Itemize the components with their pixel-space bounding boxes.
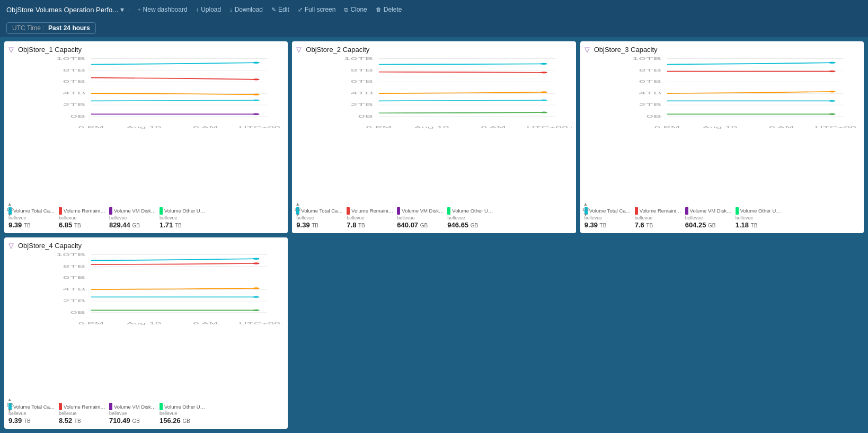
- new-dashboard-button[interactable]: + New dashboard: [134, 5, 191, 14]
- svg-text:UTC+08:00: UTC+08:00: [527, 126, 572, 129]
- metric-item-3-0: Volume Total Capacit... bellevue 9.39 TB: [8, 403, 56, 425]
- svg-text:Aug 10: Aug 10: [702, 126, 737, 129]
- metric-sublabel-0-3: bellevue: [160, 215, 207, 220]
- pager-0[interactable]: ▲1/2▼: [6, 201, 13, 217]
- panel-panel2: ▽ObjStore_2 Capacity10TB8TB6TB4TB2TB0B6 …: [292, 41, 575, 233]
- filter-icon: ▽: [8, 242, 14, 250]
- pager-2[interactable]: ▲1/2▼: [582, 201, 589, 217]
- metric-color-1-2: [397, 207, 400, 215]
- delete-button[interactable]: 🗑 Delete: [373, 5, 405, 14]
- svg-point-41: [541, 111, 547, 113]
- metrics-3: Volume Total Capacit... bellevue 9.39 TB…: [8, 401, 284, 425]
- metric-item-1-3: Volume Other Used Ca... bellevue 946.65 …: [447, 207, 494, 229]
- upload-icon: ↑: [196, 6, 199, 13]
- panel-panel4: ▽ObjStore_4 Capacity10TB8TB6TB4TB2TB0B6 …: [4, 237, 288, 429]
- metric-value-1-2: 640.07 GB: [397, 221, 444, 229]
- upload-button[interactable]: ↑ Upload: [193, 5, 225, 14]
- edit-button[interactable]: ✎ Edit: [268, 5, 293, 14]
- svg-text:UTC+08:00: UTC+08:00: [239, 322, 284, 325]
- svg-point-16: [253, 62, 259, 64]
- svg-text:Aug 10: Aug 10: [127, 126, 162, 129]
- svg-point-37: [541, 63, 547, 65]
- metric-label-1-1: Volume Remaining Cap...: [351, 208, 394, 214]
- metric-value-3-3: 156.26 GB: [160, 417, 207, 425]
- svg-text:6TB: 6TB: [63, 276, 86, 279]
- clone-button[interactable]: ⧉ Clone: [341, 5, 370, 14]
- svg-point-81: [253, 287, 259, 289]
- svg-text:6 PM: 6 PM: [654, 126, 679, 129]
- metric-value-3-0: 9.39 TB: [8, 417, 56, 425]
- metric-value-0-0: 9.39 TB: [8, 221, 56, 229]
- metric-item-0-2: Volume VM Disk Used ... bellevue 829.44 …: [109, 207, 156, 229]
- filter-icon: ▽: [296, 46, 302, 54]
- svg-text:4TB: 4TB: [639, 92, 661, 95]
- metric-value-1-3: 946.65 GB: [447, 221, 494, 229]
- delete-icon: 🗑: [376, 6, 382, 13]
- metric-label-2-2: Volume VM Disk Used ...: [690, 208, 732, 214]
- plus-icon: +: [137, 6, 140, 13]
- svg-text:6TB: 6TB: [63, 80, 86, 84]
- pager-3[interactable]: ▲1/2▼: [6, 397, 13, 413]
- metric-label-2-1: Volume Remaining Cap...: [640, 208, 682, 214]
- metric-value-2-0: 9.39 TB: [584, 221, 632, 229]
- svg-point-62: [829, 113, 835, 115]
- svg-point-39: [541, 91, 547, 93]
- metric-sublabel-1-3: bellevue: [447, 215, 494, 220]
- edit-icon: ✎: [271, 6, 276, 13]
- metric-color-0-1: [59, 207, 62, 215]
- svg-text:8TB: 8TB: [63, 264, 86, 268]
- svg-text:10TB: 10TB: [344, 57, 374, 60]
- time-range-badge[interactable]: UTC Time : Past 24 hours: [6, 22, 96, 34]
- metric-color-2-2: [685, 207, 688, 215]
- svg-point-18: [253, 94, 259, 95]
- svg-text:4TB: 4TB: [63, 92, 86, 95]
- svg-text:0B: 0B: [70, 114, 86, 118]
- metric-value-2-1: 7.6 TB: [635, 221, 682, 229]
- metric-item-3-1: Volume Remaining Cap... bellevue 8.52 TB: [59, 403, 106, 425]
- dashboard-grid: ▽ObjStore_1 Capacity10TB8TB6TB4TB2TB0B6 …: [0, 37, 868, 433]
- metric-value-0-1: 6.85 TB: [59, 221, 106, 229]
- metric-label-0-2: Volume VM Disk Used ...: [114, 208, 156, 214]
- metric-color-0-2: [109, 207, 112, 215]
- svg-text:6 PM: 6 PM: [366, 126, 392, 129]
- metric-label-0-0: Volume Total Capacit...: [13, 208, 56, 214]
- metric-label-2-3: Volume Other Used Ca...: [740, 208, 783, 214]
- metric-color-2-1: [635, 207, 638, 215]
- metric-item-2-0: Volume Total Capacit... bellevue 9.39 TB: [584, 207, 632, 229]
- title-dropdown-icon[interactable]: ▾: [120, 5, 124, 14]
- metric-sublabel-3-2: bellevue: [109, 411, 156, 416]
- metric-value-3-1: 8.52 TB: [59, 417, 106, 425]
- metric-sublabel-2-2: bellevue: [685, 215, 732, 220]
- pager-1[interactable]: ▲1/2▼: [294, 201, 301, 217]
- svg-point-60: [829, 91, 835, 92]
- svg-point-38: [541, 72, 547, 73]
- svg-point-20: [253, 113, 259, 115]
- svg-text:4TB: 4TB: [63, 287, 86, 291]
- metric-label-1-0: Volume Total Capacit...: [301, 208, 343, 214]
- svg-text:8TB: 8TB: [351, 68, 374, 72]
- svg-text:6 PM: 6 PM: [78, 322, 104, 325]
- svg-text:6TB: 6TB: [351, 80, 374, 84]
- svg-point-59: [829, 70, 835, 72]
- svg-point-58: [829, 62, 835, 64]
- svg-text:6 AM: 6 AM: [769, 126, 794, 129]
- filter-icon: ▽: [8, 46, 14, 54]
- metric-sublabel-0-2: bellevue: [109, 215, 156, 220]
- panel-panel1: ▽ObjStore_1 Capacity10TB8TB6TB4TB2TB0B6 …: [4, 41, 288, 233]
- metric-label-1-2: Volume VM Disk Used ...: [402, 208, 444, 214]
- panel-title-1: ObjStore_2 Capacity: [306, 46, 571, 54]
- svg-text:2TB: 2TB: [351, 103, 374, 107]
- metric-value-0-2: 829.44 GB: [109, 221, 156, 229]
- metric-value-0-3: 1.71 TB: [160, 221, 207, 229]
- download-button[interactable]: ↓ Download: [226, 5, 266, 14]
- fullscreen-button[interactable]: ⤢ Full screen: [295, 5, 339, 14]
- metric-color-3-3: [160, 403, 163, 410]
- svg-text:10TB: 10TB: [56, 253, 86, 257]
- metric-label-2-0: Volume Total Capacit...: [589, 208, 632, 214]
- metric-color-0-3: [160, 207, 163, 215]
- svg-text:0B: 0B: [358, 114, 374, 118]
- svg-point-82: [253, 296, 259, 297]
- svg-text:UTC+08:00: UTC+08:00: [814, 126, 860, 129]
- metric-item-1-0: Volume Total Capacit... bellevue 9.39 TB: [296, 207, 343, 229]
- svg-text:Aug 10: Aug 10: [127, 322, 162, 325]
